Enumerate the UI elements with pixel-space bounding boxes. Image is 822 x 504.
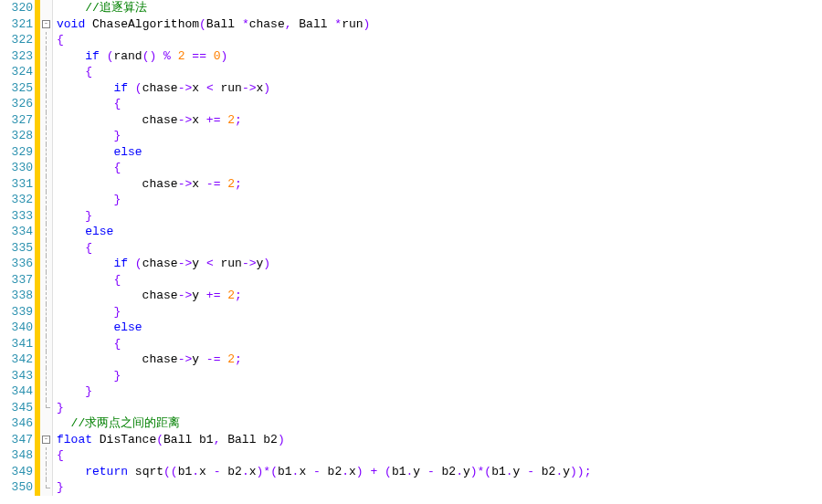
code-token: else (85, 225, 113, 238)
code-line[interactable]: { (57, 32, 822, 48)
line-number[interactable]: 337 (0, 272, 33, 289)
code-token (57, 320, 113, 334)
line-number[interactable]: 321 (0, 16, 33, 33)
code-line[interactable]: else (57, 320, 822, 336)
code-token: () (142, 49, 157, 63)
code-line[interactable]: chase->y += 2; (57, 288, 822, 304)
code-token (128, 81, 135, 95)
line-number[interactable]: 333 (0, 208, 33, 225)
fold-guide (46, 288, 47, 304)
line-number[interactable]: 342 (0, 352, 33, 368)
line-number[interactable]: 335 (0, 240, 33, 257)
code-line[interactable]: { (57, 96, 822, 112)
fold-guide (46, 447, 47, 464)
code-token: chase (249, 17, 285, 31)
code-token: y (192, 352, 206, 366)
code-token: float (57, 433, 92, 446)
code-line[interactable]: { (57, 160, 822, 176)
code-line[interactable]: { (57, 336, 822, 352)
code-token: ) (356, 465, 364, 478)
line-number[interactable]: 343 (0, 368, 33, 384)
code-line[interactable]: else (57, 224, 822, 240)
line-number[interactable]: 348 (0, 447, 33, 464)
code-token: b1 (491, 465, 506, 478)
line-number[interactable]: 322 (0, 32, 33, 48)
code-token: 2 (227, 177, 235, 191)
line-number[interactable]: 346 (0, 415, 33, 432)
code-line[interactable]: //追逐算法 (57, 0, 822, 16)
code-line[interactable]: if (chase->x < run->x) (57, 80, 822, 97)
code-token: 0 (214, 49, 221, 63)
code-token: ( (135, 257, 142, 270)
line-number[interactable]: 324 (0, 64, 33, 80)
code-token: - (313, 465, 321, 478)
line-number[interactable]: 341 (0, 336, 33, 352)
code-line[interactable]: //求两点之间的距离 (57, 415, 822, 432)
code-line[interactable]: { (57, 240, 822, 257)
line-number[interactable]: 332 (0, 192, 33, 208)
fold-toggle-icon[interactable]: - (42, 20, 50, 28)
code-token: ) (278, 433, 285, 446)
code-area[interactable]: //追逐算法void ChaseAlgorithom(Ball *chase, … (53, 0, 822, 496)
line-number[interactable]: 347 (0, 432, 33, 448)
code-line[interactable]: } (57, 479, 822, 496)
fold-guide (46, 128, 47, 144)
fold-guide (46, 464, 47, 480)
line-number[interactable]: 340 (0, 320, 33, 336)
code-line[interactable]: if (chase->y < run->y) (57, 256, 822, 272)
code-token: ( (135, 81, 142, 95)
code-line[interactable]: } (57, 192, 822, 208)
code-line[interactable]: if (rand() % 2 == 0) (57, 48, 822, 65)
code-line[interactable]: chase->y -= 2; (57, 352, 822, 368)
line-number[interactable]: 338 (0, 288, 33, 304)
code-line[interactable]: return sqrt((b1.x - b2.x)*(b1.x - b2.x) … (57, 464, 822, 480)
code-token: //追逐算法 (85, 1, 147, 15)
code-line[interactable]: void ChaseAlgorithom(Ball *chase, Ball *… (57, 16, 822, 33)
code-token: x (192, 81, 206, 95)
code-line[interactable]: float DisTance(Ball b1, Ball b2) (57, 432, 822, 448)
code-line[interactable]: } (57, 304, 822, 320)
fold-guide (46, 383, 47, 400)
line-number[interactable]: 326 (0, 96, 33, 112)
code-line[interactable]: { (57, 272, 822, 289)
code-line[interactable]: } (57, 400, 822, 416)
code-line[interactable]: { (57, 447, 822, 464)
code-line[interactable]: { (57, 64, 822, 80)
line-number[interactable]: 323 (0, 48, 33, 65)
line-number[interactable]: 336 (0, 256, 33, 272)
fold-column[interactable]: -- (40, 0, 53, 496)
line-number[interactable]: 330 (0, 160, 33, 176)
line-number[interactable]: 327 (0, 112, 33, 129)
line-number[interactable]: 320 (0, 0, 33, 16)
line-number[interactable]: 339 (0, 304, 33, 320)
code-line[interactable]: else (57, 144, 822, 161)
line-number[interactable]: 325 (0, 80, 33, 97)
line-number[interactable]: 349 (0, 464, 33, 480)
code-token: -> (178, 113, 193, 127)
code-line[interactable]: chase->x += 2; (57, 112, 822, 129)
code-line[interactable]: chase->x -= 2; (57, 176, 822, 193)
line-number[interactable]: 329 (0, 144, 33, 161)
line-number[interactable]: 345 (0, 400, 33, 416)
fold-guide (46, 272, 47, 289)
code-editor[interactable]: 3203213223233243253263273283293303313323… (0, 0, 822, 496)
line-number[interactable]: 350 (0, 479, 33, 496)
code-token: < (206, 81, 214, 95)
line-number[interactable]: 331 (0, 176, 33, 193)
code-line[interactable]: } (57, 128, 822, 144)
code-token: x (299, 465, 313, 478)
line-number-gutter[interactable]: 3203213223233243253263273283293303313323… (0, 0, 35, 496)
code-token (128, 257, 135, 270)
code-line[interactable]: } (57, 368, 822, 384)
code-token (377, 465, 385, 478)
code-line[interactable]: } (57, 208, 822, 225)
line-number[interactable]: 344 (0, 383, 33, 400)
code-token: ; (235, 352, 242, 366)
code-token: ) (364, 17, 371, 31)
code-token: { (113, 161, 121, 174)
code-line[interactable]: } (57, 383, 822, 400)
line-number[interactable]: 328 (0, 128, 33, 144)
line-number[interactable]: 334 (0, 224, 33, 240)
fold-toggle-icon[interactable]: - (42, 436, 50, 444)
code-token: Ball (206, 17, 242, 31)
